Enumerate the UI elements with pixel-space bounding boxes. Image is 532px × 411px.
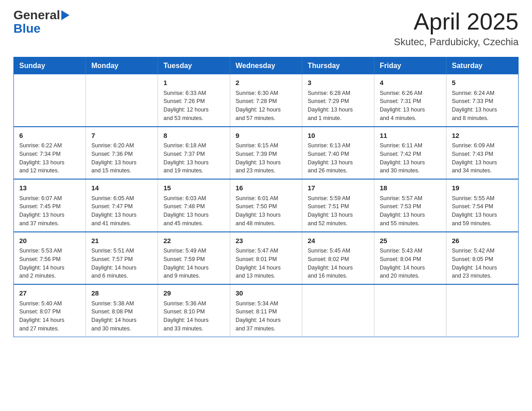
day-info: Sunrise: 6:24 AMSunset: 7:33 PMDaylight:… — [452, 89, 513, 123]
day-number: 8 — [163, 131, 224, 141]
title-block: April 2025 Skutec, Pardubicky, Czechia — [394, 9, 519, 48]
day-info: Sunrise: 5:38 AMSunset: 8:08 PMDaylight:… — [91, 300, 152, 333]
day-info: Sunrise: 5:49 AMSunset: 7:59 PMDaylight:… — [163, 247, 224, 280]
col-saturday: Saturday — [446, 57, 519, 75]
day-number: 7 — [91, 131, 152, 141]
calendar-cell: 26Sunrise: 5:42 AMSunset: 8:05 PMDayligh… — [446, 232, 519, 285]
calendar-cell: 11Sunrise: 6:11 AMSunset: 7:42 PMDayligh… — [374, 127, 446, 180]
day-info: Sunrise: 5:51 AMSunset: 7:57 PMDaylight:… — [91, 247, 152, 280]
day-info: Sunrise: 6:22 AMSunset: 7:34 PMDaylight:… — [19, 141, 80, 175]
day-info: Sunrise: 5:57 AMSunset: 7:53 PMDaylight:… — [380, 194, 441, 228]
calendar-week-row: 1Sunrise: 6:33 AMSunset: 7:26 PMDaylight… — [14, 74, 519, 127]
day-info: Sunrise: 6:26 AMSunset: 7:31 PMDaylight:… — [380, 89, 441, 123]
calendar-cell: 23Sunrise: 5:47 AMSunset: 8:01 PMDayligh… — [230, 232, 302, 285]
calendar-cell: 3Sunrise: 6:28 AMSunset: 7:29 PMDaylight… — [302, 74, 374, 127]
calendar-cell — [86, 74, 158, 127]
calendar-table: Sunday Monday Tuesday Wednesday Thursday… — [13, 57, 519, 337]
day-number: 4 — [380, 78, 441, 88]
day-number: 5 — [452, 78, 513, 88]
calendar-cell: 22Sunrise: 5:49 AMSunset: 7:59 PMDayligh… — [158, 232, 230, 285]
day-info: Sunrise: 6:11 AMSunset: 7:42 PMDaylight:… — [380, 141, 441, 175]
calendar-cell — [14, 74, 86, 127]
day-info: Sunrise: 5:55 AMSunset: 7:54 PMDaylight:… — [452, 194, 513, 228]
day-number: 3 — [308, 78, 369, 88]
day-number: 26 — [452, 236, 513, 246]
day-info: Sunrise: 6:01 AMSunset: 7:50 PMDaylight:… — [236, 194, 296, 228]
subtitle: Skutec, Pardubicky, Czechia — [394, 36, 519, 48]
day-info: Sunrise: 6:15 AMSunset: 7:39 PMDaylight:… — [236, 141, 296, 175]
calendar-cell: 25Sunrise: 5:43 AMSunset: 8:04 PMDayligh… — [374, 232, 446, 285]
calendar-header: Sunday Monday Tuesday Wednesday Thursday… — [14, 57, 519, 75]
day-info: Sunrise: 5:43 AMSunset: 8:04 PMDaylight:… — [380, 247, 441, 280]
calendar-cell: 19Sunrise: 5:55 AMSunset: 7:54 PMDayligh… — [446, 179, 519, 232]
day-info: Sunrise: 5:47 AMSunset: 8:01 PMDaylight:… — [236, 247, 296, 280]
day-number: 6 — [19, 131, 80, 141]
page-header: General Blue April 2025 Skutec, Pardubic… — [13, 9, 519, 48]
day-number: 1 — [163, 78, 224, 88]
day-number: 10 — [308, 131, 369, 141]
day-number: 19 — [452, 183, 513, 193]
calendar-cell: 27Sunrise: 5:40 AMSunset: 8:07 PMDayligh… — [14, 284, 86, 337]
calendar-cell: 10Sunrise: 6:13 AMSunset: 7:40 PMDayligh… — [302, 127, 374, 180]
calendar-week-row: 13Sunrise: 6:07 AMSunset: 7:45 PMDayligh… — [14, 179, 519, 232]
calendar-cell: 7Sunrise: 6:20 AMSunset: 7:36 PMDaylight… — [86, 127, 158, 180]
day-number: 21 — [91, 236, 152, 246]
day-number: 22 — [163, 236, 224, 246]
col-wednesday: Wednesday — [230, 57, 302, 75]
day-info: Sunrise: 5:59 AMSunset: 7:51 PMDaylight:… — [308, 194, 369, 228]
day-number: 2 — [236, 78, 296, 88]
day-info: Sunrise: 6:18 AMSunset: 7:37 PMDaylight:… — [163, 141, 224, 175]
calendar-cell: 28Sunrise: 5:38 AMSunset: 8:08 PMDayligh… — [86, 284, 158, 337]
day-info: Sunrise: 6:05 AMSunset: 7:47 PMDaylight:… — [91, 194, 152, 228]
col-friday: Friday — [374, 57, 446, 75]
day-number: 17 — [308, 183, 369, 193]
calendar-cell: 17Sunrise: 5:59 AMSunset: 7:51 PMDayligh… — [302, 179, 374, 232]
day-info: Sunrise: 6:30 AMSunset: 7:28 PMDaylight:… — [236, 89, 296, 123]
calendar-cell: 12Sunrise: 6:09 AMSunset: 7:43 PMDayligh… — [446, 127, 519, 180]
calendar-cell: 18Sunrise: 5:57 AMSunset: 7:53 PMDayligh… — [374, 179, 446, 232]
day-number: 29 — [163, 288, 224, 299]
day-number: 9 — [236, 131, 296, 141]
day-number: 30 — [236, 288, 296, 299]
day-info: Sunrise: 6:07 AMSunset: 7:45 PMDaylight:… — [19, 194, 80, 228]
day-number: 14 — [91, 183, 152, 193]
calendar-cell: 29Sunrise: 5:36 AMSunset: 8:10 PMDayligh… — [158, 284, 230, 337]
day-number: 25 — [380, 236, 441, 246]
calendar-cell: 24Sunrise: 5:45 AMSunset: 8:02 PMDayligh… — [302, 232, 374, 285]
calendar-cell: 2Sunrise: 6:30 AMSunset: 7:28 PMDaylight… — [230, 74, 302, 127]
col-monday: Monday — [86, 57, 158, 75]
calendar-week-row: 6Sunrise: 6:22 AMSunset: 7:34 PMDaylight… — [14, 127, 519, 180]
col-thursday: Thursday — [302, 57, 374, 75]
day-number: 23 — [236, 236, 296, 246]
day-info: Sunrise: 6:33 AMSunset: 7:26 PMDaylight:… — [163, 89, 224, 123]
main-title: April 2025 — [394, 9, 519, 34]
calendar-cell — [446, 284, 519, 337]
day-info: Sunrise: 6:20 AMSunset: 7:36 PMDaylight:… — [91, 141, 152, 175]
day-number: 12 — [452, 131, 513, 141]
day-number: 27 — [19, 288, 80, 299]
logo-general-text: General — [13, 9, 60, 21]
calendar-cell: 8Sunrise: 6:18 AMSunset: 7:37 PMDaylight… — [158, 127, 230, 180]
calendar-header-row: Sunday Monday Tuesday Wednesday Thursday… — [14, 57, 519, 75]
calendar-cell: 1Sunrise: 6:33 AMSunset: 7:26 PMDaylight… — [158, 74, 230, 127]
calendar-cell: 5Sunrise: 6:24 AMSunset: 7:33 PMDaylight… — [446, 74, 519, 127]
day-info: Sunrise: 6:03 AMSunset: 7:48 PMDaylight:… — [163, 194, 224, 228]
calendar-cell: 16Sunrise: 6:01 AMSunset: 7:50 PMDayligh… — [230, 179, 302, 232]
day-number: 28 — [91, 288, 152, 299]
day-info: Sunrise: 5:40 AMSunset: 8:07 PMDaylight:… — [19, 300, 80, 333]
day-number: 20 — [19, 236, 80, 246]
day-info: Sunrise: 6:13 AMSunset: 7:40 PMDaylight:… — [308, 141, 369, 175]
calendar-cell: 30Sunrise: 5:34 AMSunset: 8:11 PMDayligh… — [230, 284, 302, 337]
calendar-cell: 6Sunrise: 6:22 AMSunset: 7:34 PMDaylight… — [14, 127, 86, 180]
logo: General Blue — [13, 9, 69, 36]
col-tuesday: Tuesday — [158, 57, 230, 75]
day-number: 24 — [308, 236, 369, 246]
svg-marker-0 — [61, 10, 69, 20]
calendar-week-row: 27Sunrise: 5:40 AMSunset: 8:07 PMDayligh… — [14, 284, 519, 337]
day-info: Sunrise: 5:45 AMSunset: 8:02 PMDaylight:… — [308, 247, 369, 280]
day-number: 15 — [163, 183, 224, 193]
calendar-cell: 9Sunrise: 6:15 AMSunset: 7:39 PMDaylight… — [230, 127, 302, 180]
calendar-cell: 20Sunrise: 5:53 AMSunset: 7:56 PMDayligh… — [14, 232, 86, 285]
day-number: 16 — [236, 183, 296, 193]
day-info: Sunrise: 5:53 AMSunset: 7:56 PMDaylight:… — [19, 247, 80, 280]
